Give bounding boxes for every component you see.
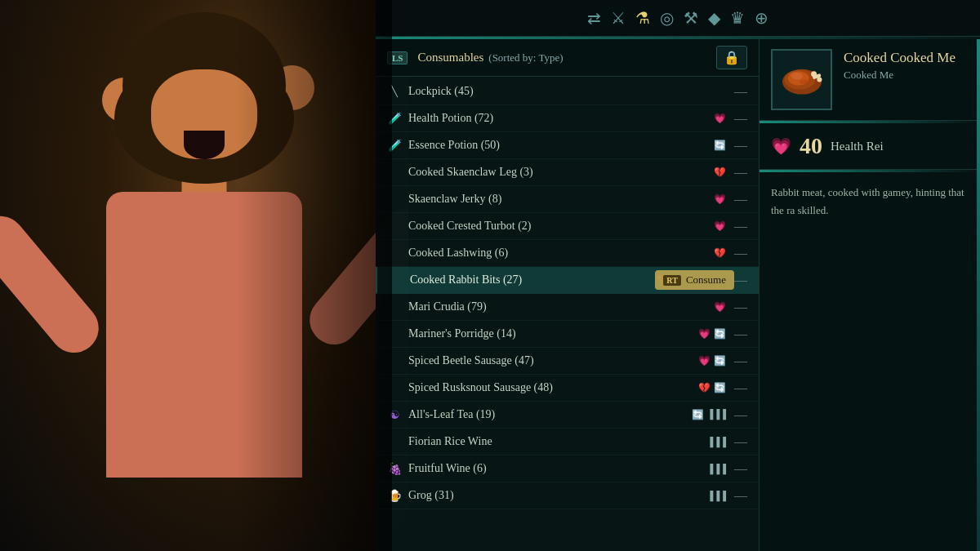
item-row[interactable]: ╲ Lockpick (45) — bbox=[376, 78, 759, 105]
person-mouth bbox=[184, 131, 225, 159]
nav-icon-crown[interactable]: ♛ bbox=[730, 8, 745, 28]
tag-heart: 💗 bbox=[714, 220, 726, 233]
svg-point-8 bbox=[790, 72, 800, 78]
nav-icon-plus[interactable]: ⊕ bbox=[755, 8, 768, 28]
tag-heart: 💗 bbox=[714, 193, 726, 206]
game-ui: ⇄ ⚔ ⚗ ◎ ⚒ ◆ ♛ ⊕ LS Consumables (Sorted b… bbox=[376, 0, 980, 551]
tag-swirl: 🔄 bbox=[692, 409, 704, 421]
tag-heart-broken: 💔 bbox=[714, 247, 726, 260]
item-name: Cooked Crested Turbot (2) bbox=[408, 220, 709, 233]
item-name: Fruitful Wine (6) bbox=[408, 462, 702, 475]
ls-badge: LS bbox=[387, 51, 408, 64]
item-name: All's-Leaf Tea (19) bbox=[408, 408, 687, 421]
tag-bars: ▐▐▐ bbox=[707, 437, 726, 447]
item-row[interactable]: Cooked Lashwing (6) 💔 — bbox=[376, 240, 759, 267]
item-name: Essence Potion (50) bbox=[408, 139, 709, 152]
tag-swirl: 🔄 bbox=[714, 355, 726, 367]
item-quantity-dash: — bbox=[734, 273, 747, 287]
inventory-panel: LS Consumables (Sorted by: Type) 🔒 ╲ Loc… bbox=[376, 39, 760, 551]
nav-icon-diamond[interactable]: ◆ bbox=[708, 8, 720, 28]
item-quantity-dash: — bbox=[734, 327, 747, 341]
person-face bbox=[151, 69, 257, 159]
item-quantity-dash: — bbox=[734, 192, 747, 207]
nav-icon-ring[interactable]: ◎ bbox=[660, 8, 674, 28]
tag-heart: 💗 bbox=[698, 355, 710, 367]
svg-point-4 bbox=[800, 79, 808, 83]
consume-tooltip: RT Consume bbox=[655, 270, 734, 290]
item-row[interactable]: ☯ All's-Leaf Tea (19) 🔄 ▐▐▐ — bbox=[376, 402, 759, 429]
item-row[interactable]: Fiorian Rice Wine ▐▐▐ — bbox=[376, 429, 759, 455]
stat-value: 40 bbox=[800, 133, 822, 159]
tag-heart-broken: 💔 bbox=[698, 382, 710, 394]
detail-description: Rabbit meat, cooked with gamey, hinting … bbox=[760, 172, 980, 231]
item-row[interactable]: Cooked Skaenclaw Leg (3) 💔 — bbox=[376, 159, 759, 186]
item-row[interactable]: Mari Crudia (79) 💗 — bbox=[376, 294, 759, 321]
consume-label: Consume bbox=[686, 273, 726, 287]
main-content: LS Consumables (Sorted by: Type) 🔒 ╲ Loc… bbox=[376, 39, 980, 551]
item-quantity-dash: — bbox=[734, 488, 747, 503]
detail-item-subtitle: Cooked Me bbox=[844, 69, 969, 82]
item-name: Skaenclaw Jerky (8) bbox=[408, 193, 709, 206]
tag-swirl: 🔄 bbox=[714, 328, 726, 340]
nav-icon-hammer[interactable]: ⚒ bbox=[684, 8, 698, 28]
item-quantity-dash: — bbox=[734, 353, 747, 368]
item-quantity-dash: — bbox=[734, 380, 747, 395]
item-row[interactable]: 🍇 Fruitful Wine (6) ▐▐▐ — bbox=[376, 455, 759, 482]
lock-button[interactable]: 🔒 bbox=[716, 46, 747, 69]
tag-heart: 💗 bbox=[698, 328, 710, 340]
item-row[interactable]: 🍺 Grog (31) ▐▐▐ — bbox=[376, 482, 759, 509]
top-icon-bar: ⇄ ⚔ ⚗ ◎ ⚒ ◆ ♛ ⊕ bbox=[376, 0, 980, 37]
svg-point-6 bbox=[811, 71, 817, 77]
tag-bars: ▐▐▐ bbox=[707, 409, 726, 421]
item-quantity-dash: — bbox=[734, 246, 747, 260]
item-name: Mariner's Porridge (14) bbox=[408, 327, 693, 340]
item-row[interactable]: Spiced Beetle Sausage (47) 💗 🔄 — bbox=[376, 348, 759, 375]
stat-label: Health Rei bbox=[831, 140, 884, 153]
item-row[interactable]: Spiced Rusksnout Sausage (48) 💔 🔄 — bbox=[376, 375, 759, 402]
person-body bbox=[106, 192, 302, 478]
item-row[interactable]: Skaenclaw Jerky (8) 💗 — bbox=[376, 186, 759, 213]
item-row[interactable]: Mariner's Porridge (14) 💗 🔄 — bbox=[376, 321, 759, 348]
item-icon-lockpick: ╲ bbox=[387, 85, 402, 98]
item-quantity-dash: — bbox=[734, 84, 747, 99]
item-icon-essence-potion: 🧪 bbox=[387, 139, 402, 153]
inventory-header: LS Consumables (Sorted by: Type) 🔒 bbox=[376, 39, 759, 77]
background-person bbox=[0, 0, 408, 551]
item-list: ╲ Lockpick (45) — 🧪 Health Potion (72) 💗… bbox=[376, 77, 759, 551]
item-name: Cooked Skaenclaw Leg (3) bbox=[408, 166, 709, 179]
inventory-title: Consumables bbox=[417, 51, 483, 64]
nav-icon-swords[interactable]: ⚔ bbox=[611, 8, 626, 28]
item-icon-leaf-tea: ☯ bbox=[387, 408, 402, 422]
item-icon-grog: 🍺 bbox=[387, 489, 402, 503]
consume-badge: RT bbox=[663, 275, 681, 286]
tag-heart: 💗 bbox=[714, 113, 726, 125]
tag-swirl: 🔄 bbox=[714, 140, 726, 152]
meat-svg bbox=[777, 60, 826, 100]
item-name: Grog (31) bbox=[408, 489, 702, 502]
item-name: Health Potion (72) bbox=[408, 112, 709, 125]
nav-icon-flask[interactable]: ⚗ bbox=[635, 8, 650, 28]
item-name: Fiorian Rice Wine bbox=[408, 435, 702, 448]
detail-stats: 💗 40 Health Rei bbox=[760, 123, 980, 170]
item-name: Spiced Beetle Sausage (47) bbox=[408, 354, 693, 367]
item-row-selected[interactable]: Cooked Rabbit Bits (27) 💔 RT Consume — bbox=[376, 267, 759, 294]
detail-item-name: Cooked Cooked Me bbox=[844, 49, 969, 67]
item-quantity-dash: — bbox=[734, 461, 747, 476]
item-quantity-dash: — bbox=[734, 111, 747, 126]
detail-title-area: Cooked Cooked Me Cooked Me bbox=[844, 49, 969, 82]
item-name: Spiced Rusksnout Sausage (48) bbox=[408, 381, 693, 394]
item-quantity-dash: — bbox=[734, 165, 747, 180]
nav-icon-arrows[interactable]: ⇄ bbox=[587, 8, 601, 28]
item-quantity-dash: — bbox=[734, 219, 747, 233]
detail-panel: Cooked Cooked Me Cooked Me 💗 40 Health R… bbox=[760, 39, 980, 551]
item-row[interactable]: 🧪 Health Potion (72) 💗 — bbox=[376, 105, 759, 132]
item-quantity-dash: — bbox=[734, 138, 747, 153]
tag-heart-broken: 💔 bbox=[714, 167, 726, 179]
item-icon-health-potion: 🧪 bbox=[387, 112, 402, 126]
item-quantity-dash: — bbox=[734, 434, 747, 449]
item-name: Lockpick (45) bbox=[408, 85, 726, 98]
item-name: Mari Crudia (79) bbox=[408, 300, 709, 313]
tag-heart: 💗 bbox=[714, 301, 726, 313]
item-row[interactable]: 🧪 Essence Potion (50) 🔄 — bbox=[376, 132, 759, 159]
item-row[interactable]: Cooked Crested Turbot (2) 💗 — bbox=[376, 213, 759, 240]
